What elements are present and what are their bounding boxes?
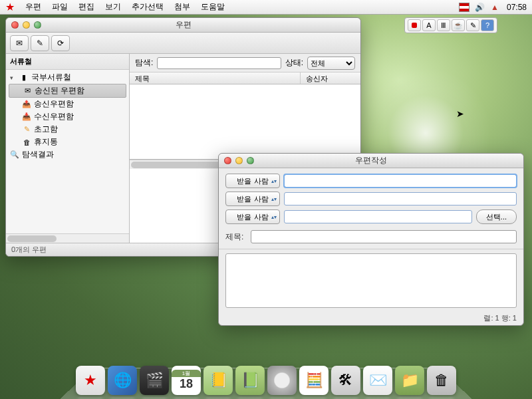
ime-layout-button[interactable]: Ⅲ [437, 19, 450, 31]
trash-icon: 🗑 [22, 138, 31, 147]
search-label: 탐색: [135, 57, 153, 68]
dock-app-trash[interactable]: 🗑 [427, 366, 456, 395]
tray-clock[interactable]: 07:58 [507, 3, 527, 12]
toolbar-button-2[interactable]: ✎ [31, 35, 49, 51]
recipient-input-3[interactable] [284, 210, 472, 223]
mail-titlebar[interactable]: 우편 [6, 18, 360, 33]
ime-edit-button[interactable]: ✎ [466, 19, 479, 31]
status-select[interactable]: 전체 [307, 57, 355, 70]
tree-item-drafts[interactable]: ✎초고함 [9, 123, 126, 136]
compose-statusbar: 렬: 1 행: 1 [219, 313, 523, 325]
message-list-header: 제목 송신자 [130, 72, 360, 84]
sent-mail-icon: ✉ [23, 86, 32, 96]
select-contacts-button[interactable]: 선택... [476, 209, 517, 224]
subject-label: 제목: [225, 231, 245, 243]
menu-help[interactable]: 도움말 [196, 1, 230, 13]
dock-app-browser[interactable]: 🌐 [108, 366, 137, 395]
mouse-cursor-icon: ➤ [456, 108, 464, 119]
dropdown-arrows-icon: ▴▾ [271, 198, 277, 201]
menu-view[interactable]: 보기 [100, 1, 126, 13]
mail-sidebar: 서류철 ▾▮국부서류철 ✉송신된 우편함 📤송신우편함 📥수신우편함 ✎초고함 … [6, 54, 130, 243]
ime-help-button[interactable]: ? [481, 19, 494, 31]
tree-item-trash[interactable]: 🗑휴지통 [9, 136, 126, 148]
sidebar-scrollbar[interactable] [6, 233, 129, 243]
minimize-button[interactable] [235, 157, 243, 164]
input-method-toolbar: A Ⅲ ☕ ✎ ? [404, 17, 497, 33]
tray-volume-icon[interactable] [475, 3, 485, 12]
tree-item-sent[interactable]: ✉송신된 우편함 [9, 84, 126, 98]
col-subject[interactable]: 제목 [130, 72, 301, 84]
compose-window: 우편작성 받을 사람▴▾ 받을 사람▴▾ 받을 사람▴▾ 선택... 제목: 렬… [218, 153, 524, 326]
dock-app-system[interactable]: ★ [76, 366, 105, 395]
dock-app-mail[interactable]: ✉️ [363, 366, 392, 395]
tree-item-inbox[interactable]: 📥수신우편함 [9, 110, 126, 123]
mail-window-title: 우편 [6, 19, 360, 31]
close-button[interactable] [224, 157, 231, 164]
minimize-button[interactable] [23, 21, 30, 29]
folder-icon: ▮ [19, 73, 29, 82]
compose-body[interactable] [225, 253, 517, 308]
tree-item-search-results[interactable]: 🔍탐색결과 [9, 148, 126, 161]
tray-notification-icon[interactable] [491, 3, 501, 12]
dock-app-notes[interactable]: 📒 [203, 366, 233, 395]
ime-text-button[interactable]: A [422, 19, 436, 31]
ime-tool-button[interactable]: ☕ [452, 19, 465, 31]
recipient-input-2[interactable] [284, 192, 517, 205]
toolbar-button-1[interactable]: ✉ [10, 35, 29, 51]
dock-app-calculator[interactable]: 🧮 [299, 366, 329, 395]
mail-toolbar: ✉ ✎ ⟳ [6, 33, 360, 54]
menu-edit[interactable]: 편집 [73, 1, 100, 13]
search-icon: 🔍 [10, 150, 19, 160]
dock-app-files[interactable]: 📁 [395, 366, 424, 395]
zoom-button[interactable] [247, 157, 254, 164]
search-input[interactable] [157, 57, 281, 69]
menu-extra[interactable]: 추가선택 [126, 1, 169, 13]
folder-tree: ▾▮국부서류철 ✉송신된 우편함 📤송신우편함 📥수신우편함 ✎초고함 🗑휴지통… [6, 70, 129, 233]
status-label: 상태: [285, 57, 303, 68]
recipient-input-1[interactable] [284, 174, 517, 188]
drafts-icon: ✎ [22, 125, 31, 134]
tree-item-outbox[interactable]: 📤송신우편함 [9, 98, 126, 110]
dock-app-media[interactable]: 🎬 [140, 366, 169, 395]
dock-app-disk[interactable] [267, 366, 297, 395]
sidebar-header: 서류철 [6, 54, 129, 70]
col-sender[interactable]: 송신자 [301, 72, 360, 84]
dropdown-arrows-icon: ▴▾ [271, 180, 277, 183]
inbox-icon: 📥 [22, 112, 31, 122]
menu-file[interactable]: 파일 [47, 1, 73, 13]
outbox-icon: 📤 [22, 100, 31, 109]
menu-attach[interactable]: 첨부 [169, 1, 196, 13]
message-list[interactable] [130, 84, 360, 160]
toolbar-button-3[interactable]: ⟳ [51, 35, 70, 51]
menu-mail[interactable]: 우편 [20, 1, 47, 13]
dock-app-utilities[interactable]: 🛠 [331, 366, 360, 395]
compose-titlebar[interactable]: 우편작성 [219, 154, 523, 168]
dock-app-calendar[interactable]: 1월18 [172, 366, 201, 395]
subject-input[interactable] [251, 230, 517, 243]
dropdown-arrows-icon: ▴▾ [271, 215, 277, 219]
dock: ★ 🌐 🎬 1월18 📒 📗 🧮 🛠 ✉️ 📁 🗑 [76, 366, 456, 395]
compose-window-title: 우편작성 [219, 155, 523, 166]
ime-record-icon[interactable] [408, 19, 421, 31]
mail-searchbar: 탐색: 상태: 전체 [130, 54, 360, 72]
system-star-icon[interactable]: ★ [5, 1, 15, 13]
recipient-type-button-3[interactable]: 받을 사람▴▾ [225, 209, 280, 224]
recipient-type-button-2[interactable]: 받을 사람▴▾ [225, 192, 280, 206]
tray-flag-icon[interactable] [459, 3, 469, 12]
close-button[interactable] [11, 21, 19, 29]
tree-item-root[interactable]: ▾▮국부서류철 [9, 71, 126, 84]
system-menubar: ★ 우편 파일 편집 보기 추가선택 첨부 도움말 07:58 [0, 0, 532, 15]
zoom-button[interactable] [34, 21, 41, 29]
recipient-type-button-1[interactable]: 받을 사람▴▾ [225, 174, 280, 188]
dock-app-contacts[interactable]: 📗 [235, 366, 265, 395]
